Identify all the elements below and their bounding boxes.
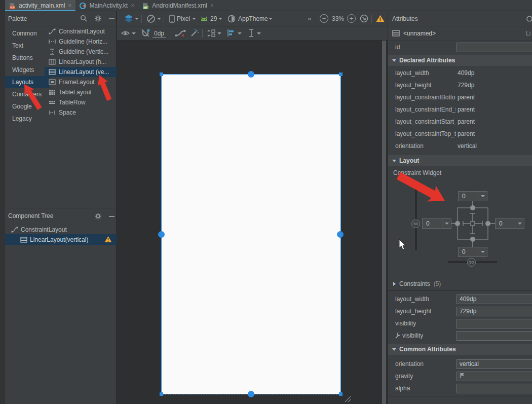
attr-row-orientation[interactable]: orientationvertical — [388, 140, 532, 152]
tree-item-constraintlayout[interactable]: ConstraintLayout — [11, 225, 67, 234]
close-icon[interactable]: × — [210, 2, 214, 9]
close-icon[interactable]: × — [68, 2, 71, 9]
vertical-bias-knob[interactable]: 50 — [411, 219, 420, 228]
pack-icon[interactable] — [207, 29, 216, 38]
margin-right-dropdown[interactable]: 0 — [495, 218, 524, 229]
zoom-out-button[interactable]: − — [320, 14, 328, 23]
tree-item-linearlayout-selected[interactable]: LinearLayout(vertical) — [5, 234, 117, 245]
warnings-errors-icon[interactable] — [376, 15, 385, 22]
constraint-anchor-right[interactable] — [337, 231, 344, 238]
palette-category-legacy[interactable]: Legacy — [5, 113, 45, 125]
chevron-down-icon[interactable] — [192, 18, 196, 20]
palette-category-layouts[interactable]: Layouts — [5, 76, 50, 88]
search-icon[interactable] — [526, 15, 532, 23]
constraint-anchor-bottom[interactable] — [248, 391, 254, 397]
attr-row-gravity[interactable]: gravity — [388, 370, 532, 382]
margin-bottom-dropdown[interactable]: 0 — [458, 247, 487, 257]
attr-row-constraint-top[interactable]: layout_constraintTop_tparent — [388, 128, 532, 140]
palette-category-text[interactable]: Text — [5, 40, 45, 52]
attr-row-layout-height[interactable]: layout_height729dp — [388, 79, 532, 91]
api-level-selector[interactable]: 29 — [210, 15, 217, 22]
chevron-down-icon[interactable] — [217, 32, 221, 34]
zoom-to-fit-icon[interactable] — [360, 14, 368, 23]
android-studio-layout-editor: <> activity_main.xml × MainActivity.kt ×… — [0, 0, 532, 404]
attr-row-layout-height-field[interactable]: layout_height729dp — [388, 305, 532, 317]
palette-category-containers[interactable]: Containers — [5, 88, 45, 100]
section-declared-attributes[interactable]: Declared Attributes — [388, 55, 532, 66]
selection-handle-top-left[interactable] — [160, 72, 163, 76]
tab-activity-main-xml[interactable]: <> activity_main.xml × — [5, 0, 75, 11]
hide-panel-icon[interactable] — [108, 213, 115, 219]
attr-row-constraint-start[interactable]: layout_constraintStart_tparent — [388, 116, 532, 128]
chevron-down-icon[interactable] — [269, 18, 273, 20]
zoom-in-button[interactable]: + — [347, 14, 356, 23]
theme-icon[interactable] — [227, 15, 236, 23]
guidelines-icon[interactable] — [248, 28, 254, 38]
constraint-anchor-left[interactable] — [158, 231, 165, 238]
attr-row-alpha[interactable]: alpha — [388, 382, 532, 394]
search-icon[interactable] — [80, 15, 88, 22]
gear-icon[interactable] — [94, 212, 102, 220]
palette-item-tablelayout[interactable]: TableLayout — [45, 87, 117, 97]
chevron-down-icon[interactable] — [257, 32, 261, 34]
chevron-down-icon[interactable] — [218, 18, 222, 20]
constraint-anchor-top[interactable] — [248, 71, 254, 78]
autoconnect-off-icon[interactable] — [141, 29, 150, 38]
palette-category-google[interactable]: Google — [5, 100, 45, 113]
canvas-scrollbar[interactable] — [382, 41, 386, 404]
section-layout[interactable]: Layout — [388, 155, 532, 166]
view-options-icon[interactable] — [121, 30, 130, 36]
chevron-down-icon[interactable] — [132, 32, 136, 34]
palette-item-guideline-horizontal[interactable]: Guideline (Horiz... — [45, 36, 117, 47]
selection-handle-top-right[interactable] — [339, 72, 343, 76]
attr-row-constraint-bottom[interactable]: layout_constraintBottoparent — [388, 91, 532, 103]
chevron-down-icon[interactable] — [157, 18, 161, 20]
canvas-resize-grip[interactable] — [344, 395, 352, 402]
horizontal-bias-knob[interactable]: 50 — [467, 258, 476, 267]
default-margin-button[interactable]: 0dp — [153, 30, 166, 38]
palette-category-buttons[interactable]: Buttons — [5, 52, 45, 64]
section-common-attributes[interactable]: Common Attributes — [388, 344, 532, 355]
infer-constraints-icon[interactable] — [190, 29, 199, 38]
android-api-icon[interactable] — [200, 16, 208, 21]
device-icon[interactable] — [169, 15, 175, 23]
palette-item-space[interactable]: Space — [45, 107, 117, 118]
constraints-collapsed-section[interactable]: Constraints (5) — [388, 278, 532, 290]
tab-mainactivity-kt[interactable]: MainActivity.kt × — [75, 0, 138, 11]
clear-constraints-icon[interactable]: × — [175, 29, 186, 38]
selection-handle-bottom-right[interactable] — [339, 392, 343, 396]
palette-category-widgets[interactable]: Widgets — [5, 64, 45, 76]
attr-row-layout-width[interactable]: layout_width409dp — [388, 67, 532, 79]
attr-row-constraint-end[interactable]: layout_constraintEnd_tparent — [388, 103, 532, 116]
palette-item-tablerow[interactable]: TableRow — [45, 97, 117, 107]
orientation-icon[interactable] — [146, 14, 156, 23]
margin-top-dropdown[interactable]: 0 — [458, 191, 487, 201]
attr-row-layout-width-field[interactable]: layout_width409dp — [388, 293, 532, 305]
palette-item-guideline-vertical[interactable]: Guideline (Vertic... — [45, 47, 117, 57]
palette-item-framelayout[interactable]: FrameLayout — [45, 77, 117, 87]
constraint-widget[interactable]: 0 0 0 0 50 50 — [388, 180, 532, 276]
attr-row-tools-visibility[interactable]: visibility — [388, 329, 532, 342]
theme-selector[interactable]: AppTheme — [238, 15, 268, 22]
device-selector[interactable]: Pixel — [177, 15, 190, 22]
selection-handle-bottom-left[interactable] — [160, 392, 163, 396]
gear-icon[interactable] — [94, 15, 102, 22]
palette-item-constraintlayout[interactable]: ConstraintLayout — [45, 26, 117, 36]
palette-category-common[interactable]: Common — [5, 27, 45, 40]
toolbar-overflow-chevron[interactable]: » — [308, 15, 311, 22]
palette-item-linearlayout-horizontal[interactable]: LinearLayout (h... — [45, 57, 117, 67]
linearlayout-preview-selected[interactable] — [161, 74, 341, 394]
hide-panel-icon[interactable] — [108, 15, 115, 22]
chevron-down-icon[interactable] — [238, 32, 242, 34]
design-canvas[interactable] — [117, 41, 388, 404]
margin-left-dropdown[interactable]: 0 — [422, 218, 451, 229]
align-icon[interactable] — [227, 29, 236, 37]
chevron-down-icon[interactable] — [135, 18, 139, 20]
tab-androidmanifest-xml[interactable]: MF AndroidManifest.xml × — [138, 0, 218, 11]
design-mode-icon[interactable] — [124, 15, 133, 23]
id-input[interactable] — [457, 43, 532, 52]
attr-row-visibility[interactable]: visibility — [388, 317, 532, 329]
close-icon[interactable]: × — [131, 2, 134, 9]
palette-item-linearlayout-vertical[interactable]: LinearLayout (ve... — [45, 67, 117, 77]
attr-row-common-orientation[interactable]: orientationvertical — [388, 358, 532, 370]
